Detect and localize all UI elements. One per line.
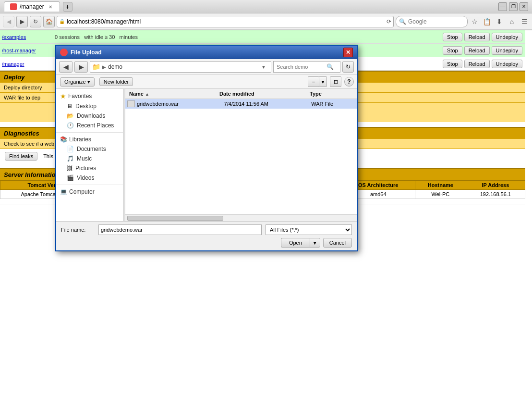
menu-icon[interactable]: ☰ [520, 17, 529, 26]
refresh-button[interactable]: ↻ [30, 16, 41, 27]
dialog-overlay: File Upload ✕ ◀ ▶ 📁 ▶ demo ▼ 🔍 ↻ [0, 30, 532, 398]
computer-icon: 💻 [60, 188, 67, 195]
home-button[interactable]: 🏠 [43, 16, 55, 27]
favorites-header: ★ Favorites [56, 91, 123, 101]
cancel-button[interactable]: Cancel [323, 238, 352, 248]
sidebar-item-recent-places[interactable]: 🕐 Recent Places [56, 121, 123, 130]
current-path-text: demo [108, 63, 122, 70]
browser-tab[interactable]: /manager ✕ [4, 1, 60, 12]
sidebar-divider-2 [56, 185, 123, 185]
sidebar-divider-1 [56, 132, 123, 133]
music-label: Music [77, 155, 92, 162]
h-scroll-thumb[interactable] [127, 216, 223, 221]
new-tab-button[interactable]: + [63, 2, 73, 12]
search-input[interactable] [408, 18, 456, 25]
address-refresh-icon[interactable]: ⟳ [387, 18, 391, 25]
dialog-search-icon[interactable]: 🔍 [326, 63, 334, 70]
dialog-close-button[interactable]: ✕ [343, 48, 353, 57]
computer-label: Computer [69, 188, 95, 195]
home-icon[interactable]: ⌂ [507, 17, 517, 26]
view-list-button[interactable]: ≡ [308, 76, 319, 87]
filename-row: File name: All Files (*.*) [61, 224, 352, 235]
bookmark-star-icon[interactable]: ☆ [470, 17, 479, 26]
recent-places-label: Recent Places [77, 122, 114, 129]
view-dropdown-button[interactable]: ▼ [319, 76, 327, 87]
browser-toolbar: ◀ ▶ ↻ 🏠 🔒 ⟳ 🔍 ☆ 📋 ⬇ ⌂ ☰ [0, 13, 532, 30]
tab-close-btn[interactable]: ✕ [47, 3, 54, 10]
dialog-refresh-btn[interactable]: ↻ [342, 61, 354, 73]
dialog-path-wrapper: 📁 ▶ demo ▼ [90, 61, 271, 73]
open-main-button[interactable]: Open [281, 238, 310, 248]
organize-button[interactable]: Organize ▾ [60, 77, 95, 87]
path-separator: ▶ [102, 64, 106, 70]
dialog-sidebar: ★ Favorites 🖥 Desktop 📂 Downloads 🕐 Rece… [56, 89, 123, 221]
new-folder-button[interactable]: New folder [99, 77, 133, 86]
bookmark-list-icon[interactable]: 📋 [482, 17, 492, 26]
file-list-header: Name ▲ Date modified Type [125, 89, 357, 99]
restore-button[interactable]: ❐ [509, 2, 518, 11]
minimize-button[interactable]: — [498, 2, 507, 11]
dialog-forward-button[interactable]: ▶ [74, 61, 88, 73]
path-dropdown-btn[interactable]: ▼ [261, 64, 269, 70]
dialog-body: ★ Favorites 🖥 Desktop 📂 Downloads 🕐 Rece… [56, 89, 357, 221]
dialog-buttons-row: Open ▼ Cancel [61, 238, 352, 248]
address-bar-input[interactable] [67, 18, 385, 25]
col-name-header[interactable]: Name ▲ [127, 90, 218, 98]
filename-input[interactable] [98, 224, 262, 235]
sort-arrow-icon: ▲ [145, 92, 149, 97]
col-name-text: Name [129, 91, 144, 97]
computer-header: 💻 Computer [56, 187, 123, 197]
col-type-header[interactable]: Type [308, 90, 355, 98]
filetype-select[interactable]: All Files (*.*) [266, 224, 352, 235]
desktop-label: Desktop [75, 103, 97, 110]
dialog-back-button[interactable]: ◀ [59, 61, 73, 73]
col-date-header[interactable]: Date modified [218, 90, 308, 98]
file-item-type: WAR File [311, 101, 355, 107]
sidebar-item-documents[interactable]: 📄 Documents [56, 144, 123, 154]
col-type-text: Type [310, 91, 322, 97]
security-icon: 🔒 [59, 19, 65, 24]
view-details-button[interactable]: ⊟ [330, 76, 341, 87]
recent-places-icon: 🕐 [67, 122, 74, 129]
sidebar-item-music[interactable]: 🎵 Music [56, 154, 123, 163]
sidebar-item-videos[interactable]: 🎬 Videos [56, 173, 123, 183]
folder-icon: 📁 [92, 63, 100, 71]
documents-icon: 📄 [67, 146, 74, 152]
file-item-gridwebdemo[interactable]: gridwebdemo.war 7/4/2014 11:56 AM WAR Fi… [125, 99, 357, 109]
dialog-toolbar: ◀ ▶ 📁 ▶ demo ▼ 🔍 ↻ [56, 59, 357, 75]
dialog-help-button[interactable]: ? [344, 77, 354, 87]
download-icon[interactable]: ⬇ [495, 17, 504, 26]
back-button[interactable]: ◀ [3, 16, 14, 27]
videos-icon: 🎬 [67, 174, 74, 181]
file-upload-dialog: File Upload ✕ ◀ ▶ 📁 ▶ demo ▼ 🔍 ↻ [55, 45, 358, 251]
music-icon: 🎵 [67, 155, 74, 162]
file-item-name: gridwebdemo.war [137, 101, 224, 107]
videos-label: Videos [77, 174, 94, 181]
search-wrapper: 🔍 [396, 16, 468, 27]
dialog-title-icon [60, 49, 68, 56]
pictures-label: Pictures [75, 165, 96, 172]
dialog-titlebar: File Upload ✕ [56, 46, 357, 59]
sidebar-item-downloads[interactable]: 📂 Downloads [56, 111, 123, 121]
favorites-star-icon: ★ [60, 92, 66, 100]
file-item-date: 7/4/2014 11:56 AM [224, 101, 312, 107]
window-controls: — ❐ ✕ [498, 2, 528, 11]
address-bar-wrapper: 🔒 ⟳ [57, 16, 394, 27]
pictures-icon: 🖼 [67, 165, 73, 172]
browser-chrome: /manager ✕ + — ❐ ✕ ◀ ▶ ↻ 🏠 🔒 ⟳ 🔍 ☆ [0, 0, 532, 30]
page-content: /examples 0 sessions with idle ≥ 30 minu… [0, 30, 532, 398]
browser-toolbar-icons: ☆ 📋 ⬇ ⌂ ☰ [470, 17, 529, 26]
open-dropdown-arrow[interactable]: ▼ [310, 238, 320, 248]
dialog-title-text: File Upload [71, 49, 102, 56]
dialog-search-input[interactable] [277, 64, 325, 70]
downloads-label: Downloads [77, 112, 105, 119]
sidebar-item-desktop[interactable]: 🖥 Desktop [56, 101, 123, 111]
horizontal-scrollbar[interactable] [125, 214, 357, 221]
close-button[interactable]: ✕ [520, 2, 528, 11]
browser-titlebar: /manager ✕ + — ❐ ✕ [0, 0, 532, 13]
documents-label: Documents [77, 146, 106, 152]
filename-label: File name: [61, 227, 95, 233]
forward-button[interactable]: ▶ [16, 16, 28, 27]
sidebar-item-pictures[interactable]: 🖼 Pictures [56, 163, 123, 173]
libraries-header: 📚 Libraries [56, 135, 123, 144]
